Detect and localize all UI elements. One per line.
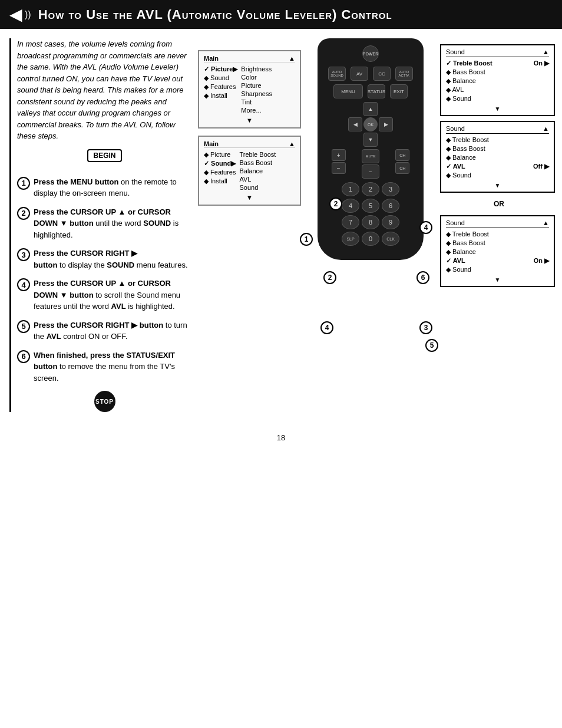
ch-down-button[interactable]: CH [395, 162, 409, 174]
num-5-button[interactable]: 5 [362, 199, 379, 213]
menu1-item-install: ◆ Install [204, 91, 237, 100]
menu2-title: Main ▲ [204, 140, 295, 148]
menu2-right-sound: Sound [239, 183, 276, 192]
status-button[interactable]: STATUS [368, 84, 385, 98]
nav-right-button[interactable]: ▶ [379, 117, 393, 131]
cc-button[interactable]: CC [373, 67, 391, 81]
menu1-right-tint: Tint [241, 98, 272, 106]
begin-badge: BEGIN [87, 149, 121, 162]
right-area: Main ▲ ✓ Picture▶ ◆ Sound ◆ Features ◆ I… [198, 38, 558, 287]
nav-up-button[interactable]: ▲ [363, 102, 378, 116]
remote-step-5: 5 [425, 339, 438, 352]
menu4-bass: ◆ Bass Boost [446, 144, 549, 153]
tv-screen-menu2: Main ▲ ◆ Picture ✓ Sound▶ ◆ Features ◆ I… [198, 136, 301, 206]
power-label: POWER [363, 52, 378, 56]
vol-plus-button[interactable]: + [332, 149, 346, 161]
num-9-button[interactable]: 9 [382, 215, 399, 229]
menu4-bottom: ▼ [446, 182, 549, 189]
menu2-right-avl: AVL [239, 175, 276, 183]
menu2-item-features: ◆ Features [204, 168, 236, 177]
step-1: 1 Press the MENU button on the remote to… [17, 176, 192, 199]
menu5-avl: ✓ AVL On ▶ [446, 256, 549, 265]
step-num-6: 6 [17, 350, 30, 363]
num-1-button[interactable]: 1 [342, 182, 359, 196]
menu2-right-treble: Treble Boost [239, 150, 276, 159]
menu5-sound: ◆ Sound [446, 265, 549, 274]
channel-group: CH CH [395, 149, 409, 179]
step-num-5: 5 [17, 320, 30, 333]
or-label: OR [440, 200, 558, 208]
menu1-item-picture: ✓ Picture▶ [204, 65, 237, 74]
step-text-6: When finished, press the STATUS/EXIT but… [34, 350, 192, 384]
menu1-right-sharpness: Sharpness [241, 90, 272, 98]
num-sleep-button[interactable]: SLP [342, 232, 359, 246]
step-text-1: Press the MENU button on the remote to d… [34, 176, 192, 199]
menu2-left-col: ◆ Picture ✓ Sound▶ ◆ Features ◆ Install [204, 150, 236, 192]
menu5-bottom: ▼ [446, 276, 549, 283]
menu5-balance: ◆ Balance [446, 248, 549, 256]
menu1-item-features: ◆ Features [204, 83, 237, 91]
auto-activ-button[interactable]: AUTOACTIV. [395, 67, 413, 81]
menu-box-5: Sound ▲ ◆ Treble Boost ◆ Bass Boost ◆ Ba… [440, 215, 555, 287]
menu3-treble: ✓ Treble Boost On ▶ [446, 59, 549, 68]
av-button[interactable]: AV [351, 67, 368, 81]
power-button[interactable]: POWER [362, 45, 379, 62]
step-num-3: 3 [17, 248, 30, 261]
num-8-button[interactable]: 8 [362, 215, 379, 229]
menu1-right-picture: Picture [241, 81, 272, 90]
menu2-right-bass: Bass Boost [239, 159, 276, 167]
step-3: 3 Press the CURSOR RIGHT ▶button to disp… [17, 248, 192, 271]
menu1-bottom: ▼ [204, 117, 295, 124]
speaker-icon: ◀ )) [9, 5, 31, 24]
num-6-button[interactable]: 6 [382, 199, 399, 213]
menu-box-3: Sound ▲ ✓ Treble Boost On ▶ ◆ Bass Boost… [440, 44, 555, 116]
menu1-right-more: More... [241, 106, 272, 114]
remote-body: POWER AUTOSOUND AV CC AUTOACTIV. MENU ST… [318, 38, 424, 260]
step-num-2: 2 [17, 207, 30, 220]
num-7-button[interactable]: 7 [342, 215, 359, 229]
remote-step-4-bot: 4 [320, 321, 333, 334]
menu2-right-balance: Balance [239, 167, 276, 175]
vol-minus-button[interactable]: − [332, 162, 346, 174]
step-num-1: 1 [17, 177, 30, 190]
step-text-3: Press the CURSOR RIGHT ▶button to displa… [34, 248, 188, 271]
menu3-bass: ◆ Bass Boost [446, 68, 549, 77]
remote-func-row1: AUTOSOUND AV CC AUTOACTIV. [323, 67, 418, 81]
menu3-title: Sound ▲ [446, 48, 549, 57]
mute-button[interactable]: MUTE [362, 149, 379, 163]
menu3-sound: ◆ Sound [446, 94, 549, 103]
remote-step-6: 6 [416, 271, 429, 284]
remote-step-3: 3 [419, 321, 432, 334]
remote-step-4-right: 4 [419, 221, 432, 234]
menu2-right-col: Treble Boost Bass Boost Balance AVL Soun… [239, 150, 276, 192]
menu2-item-sound: ✓ Sound▶ [204, 159, 236, 168]
num-4-button[interactable]: 4 [342, 199, 359, 213]
menu1-item-sound: ◆ Sound [204, 74, 237, 83]
menu4-balance: ◆ Balance [446, 153, 549, 162]
nav-left-button[interactable]: ◀ [348, 117, 362, 131]
exit-button[interactable]: EXIT [390, 84, 408, 98]
ch-up-button[interactable]: CH [395, 149, 409, 161]
step-5: 5 Press the CURSOR RIGHT ▶ button to tur… [17, 319, 192, 342]
menu2-item-install: ◆ Install [204, 177, 236, 186]
nav-down-button[interactable]: ▼ [363, 133, 378, 147]
num-3-button[interactable]: 3 [382, 182, 399, 196]
menu3-bottom: ▼ [446, 106, 549, 112]
menu2-item-picture: ◆ Picture [204, 150, 236, 159]
step-6: 6 When finished, press the STATUS/EXIT b… [17, 350, 192, 384]
num-0-button[interactable]: 0 [362, 232, 379, 246]
menu4-treble: ◆ Treble Boost [446, 136, 549, 144]
remote-func-row2: MENU STATUS EXIT [323, 84, 418, 98]
num-2-button[interactable]: 2 [362, 182, 379, 196]
remote-power-row: POWER [323, 45, 418, 62]
nav-ok-button[interactable]: OK [363, 117, 378, 131]
auto-sound-button[interactable]: AUTOSOUND [328, 67, 346, 81]
minus-btn[interactable]: − [362, 164, 379, 179]
menu1-right-color: Color [241, 73, 272, 81]
menu-button[interactable]: MENU [333, 84, 363, 98]
menu4-sound: ◆ Sound [446, 171, 549, 180]
mute-group: MUTE − [362, 149, 379, 179]
num-clock-button[interactable]: CLK [382, 232, 399, 246]
menu3-avl: ◆ AVL [446, 85, 549, 94]
page-number: 18 [0, 433, 562, 452]
